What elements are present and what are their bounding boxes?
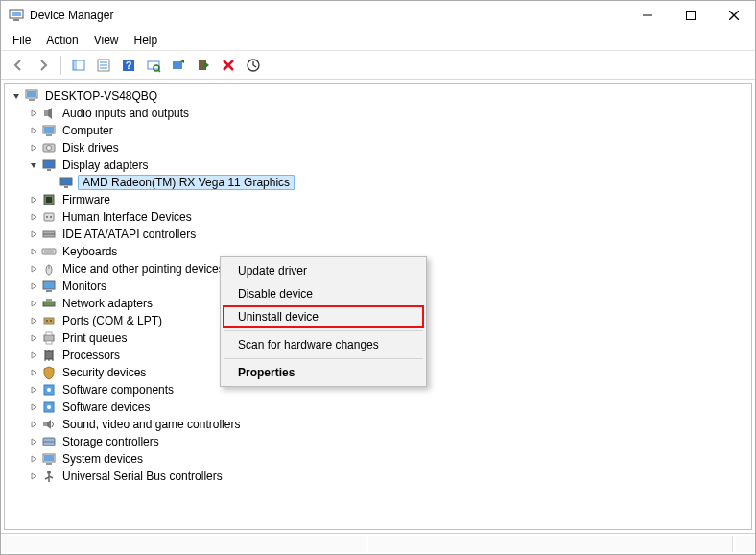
context-update-driver[interactable]: Update driver bbox=[223, 259, 424, 282]
disable-device-button[interactable] bbox=[192, 54, 215, 77]
forward-button[interactable] bbox=[32, 54, 55, 77]
tree-category[interactable]: Universal Serial Bus controllers bbox=[11, 468, 745, 485]
context-disable-device[interactable]: Disable device bbox=[223, 282, 424, 305]
menu-action[interactable]: Action bbox=[38, 32, 85, 49]
tree-category-label: Firmware bbox=[60, 193, 112, 206]
chevron-right-icon[interactable] bbox=[28, 298, 39, 309]
tree-category[interactable]: System devices bbox=[11, 450, 745, 468]
computer-icon bbox=[41, 123, 57, 138]
chevron-right-icon[interactable] bbox=[28, 401, 39, 413]
disk-icon bbox=[41, 140, 57, 156]
scan-hardware-button[interactable] bbox=[142, 54, 165, 77]
svg-point-66 bbox=[47, 388, 51, 392]
chevron-right-icon[interactable] bbox=[28, 384, 39, 396]
sound-icon bbox=[41, 417, 57, 432]
context-uninstall-device[interactable]: Uninstall device bbox=[223, 305, 424, 328]
svg-point-75 bbox=[47, 471, 51, 474]
tree-category[interactable]: Storage controllers bbox=[11, 433, 745, 450]
chevron-right-icon[interactable] bbox=[28, 453, 39, 465]
uninstall-device-button[interactable] bbox=[217, 54, 240, 77]
svg-rect-28 bbox=[44, 127, 54, 133]
context-scan-hardware[interactable]: Scan for hardware changes bbox=[223, 333, 424, 356]
printer-icon bbox=[41, 330, 57, 346]
svg-rect-56 bbox=[46, 332, 52, 335]
window-title: Device Manager bbox=[30, 9, 626, 22]
chevron-down-icon[interactable] bbox=[28, 159, 39, 171]
tree-category-label: Sound, video and game controllers bbox=[60, 418, 242, 431]
chevron-right-icon[interactable] bbox=[28, 142, 39, 154]
status-grip bbox=[735, 536, 754, 552]
enable-device-button[interactable] bbox=[242, 54, 265, 77]
help-button[interactable]: ? bbox=[117, 54, 140, 77]
chevron-right-icon[interactable] bbox=[28, 332, 39, 344]
tree-category-label: Computer bbox=[60, 124, 115, 137]
tree-category-label: Print queues bbox=[60, 331, 129, 345]
svg-rect-37 bbox=[46, 197, 52, 203]
svg-rect-33 bbox=[47, 169, 51, 171]
chevron-right-icon[interactable] bbox=[28, 367, 39, 378]
context-properties[interactable]: Properties bbox=[223, 361, 424, 384]
tree-category[interactable]: Sound, video and game controllers bbox=[11, 416, 745, 433]
svg-point-39 bbox=[46, 216, 48, 218]
chevron-right-icon[interactable] bbox=[28, 280, 39, 292]
chevron-right-icon[interactable] bbox=[28, 315, 39, 326]
tree-category[interactable]: IDE ATA/ATAPI controllers bbox=[11, 226, 745, 243]
chevron-down-icon[interactable] bbox=[11, 90, 22, 102]
tree-category[interactable]: Software devices bbox=[11, 398, 745, 416]
chevron-right-icon[interactable] bbox=[28, 263, 39, 275]
tree-category-label: Software devices bbox=[60, 400, 152, 414]
system-icon bbox=[41, 451, 57, 467]
tree-category-label: Security devices bbox=[60, 366, 148, 379]
chevron-right-icon[interactable] bbox=[28, 108, 39, 119]
svg-line-17 bbox=[158, 70, 160, 72]
properties-button[interactable] bbox=[92, 54, 115, 77]
tree-category-label: Software components bbox=[60, 383, 176, 397]
tree-category[interactable]: Human Interface Devices bbox=[11, 208, 745, 226]
svg-rect-18 bbox=[173, 61, 182, 69]
menu-help[interactable]: Help bbox=[127, 32, 166, 49]
tree-category[interactable]: Computer bbox=[11, 122, 745, 139]
context-menu-separator bbox=[224, 330, 423, 331]
tree-device[interactable]: AMD Radeon(TM) RX Vega 11 Graphics bbox=[11, 174, 745, 191]
menu-file[interactable]: File bbox=[5, 32, 38, 49]
menu-bar: File Action View Help bbox=[1, 30, 755, 51]
tree-category[interactable]: Disk drives bbox=[11, 139, 745, 157]
chevron-right-icon[interactable] bbox=[28, 194, 39, 205]
maximize-button[interactable] bbox=[669, 1, 712, 30]
chevron-right-icon[interactable] bbox=[28, 246, 39, 257]
chevron-right-icon[interactable] bbox=[28, 211, 39, 223]
menu-view[interactable]: View bbox=[86, 32, 127, 49]
network-icon bbox=[41, 296, 57, 311]
minimize-button[interactable] bbox=[626, 1, 669, 30]
chevron-right-icon[interactable] bbox=[28, 436, 39, 447]
port-icon bbox=[41, 313, 57, 328]
tree-category-label: Disk drives bbox=[60, 141, 121, 155]
svg-rect-25 bbox=[29, 99, 35, 101]
hid-icon bbox=[41, 209, 57, 225]
svg-rect-32 bbox=[43, 160, 55, 168]
keyboard-icon bbox=[41, 244, 57, 259]
software-icon bbox=[41, 399, 57, 415]
tree-category-label: Storage controllers bbox=[60, 435, 161, 448]
update-driver-button[interactable] bbox=[167, 54, 190, 77]
show-hide-console-button[interactable] bbox=[67, 54, 90, 77]
tree-root[interactable]: DESKTOP-VS48QBQ bbox=[11, 87, 745, 105]
chevron-right-icon[interactable] bbox=[28, 125, 39, 136]
chevron-right-icon[interactable] bbox=[28, 419, 39, 430]
tree-category-label: Monitors bbox=[60, 279, 108, 293]
tree-category[interactable]: Audio inputs and outputs bbox=[11, 105, 745, 122]
chevron-right-icon[interactable] bbox=[28, 350, 39, 361]
security-icon bbox=[41, 365, 57, 380]
tree-category-label: Keyboards bbox=[60, 245, 119, 258]
svg-point-54 bbox=[50, 320, 52, 322]
chevron-right-icon[interactable] bbox=[28, 229, 39, 240]
chevron-right-icon[interactable] bbox=[28, 471, 39, 482]
back-button[interactable] bbox=[7, 54, 30, 77]
svg-rect-29 bbox=[46, 134, 52, 136]
svg-rect-4 bbox=[686, 12, 695, 20]
device-tree-container[interactable]: DESKTOP-VS48QBQ Audio inputs and outputs… bbox=[4, 83, 752, 530]
close-button[interactable] bbox=[712, 1, 755, 30]
tree-category[interactable]: Display adapters bbox=[11, 157, 745, 174]
svg-rect-51 bbox=[46, 299, 52, 302]
tree-category[interactable]: Firmware bbox=[11, 191, 745, 208]
